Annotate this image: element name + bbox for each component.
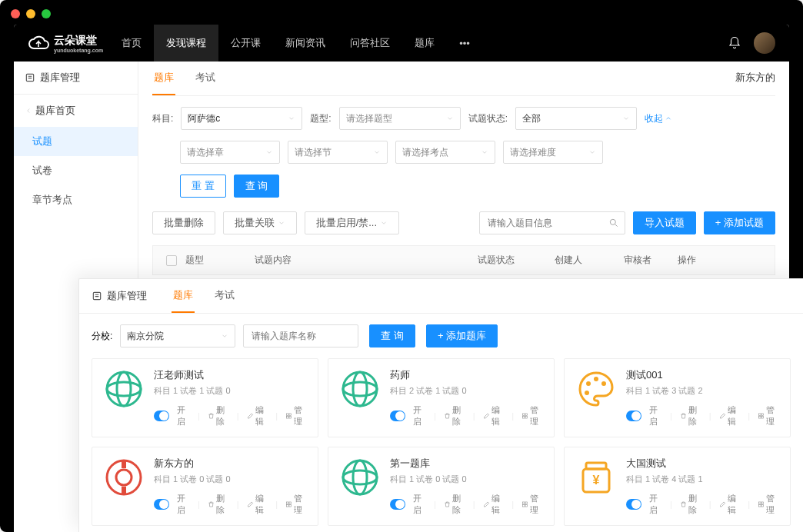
chevron-down-icon	[265, 148, 273, 156]
svg-rect-15	[523, 416, 525, 418]
section-select[interactable]: 请选择节	[288, 141, 388, 164]
nav-bank[interactable]: 题库	[402, 25, 447, 62]
card-delete[interactable]: 删除	[444, 404, 465, 427]
card-delete[interactable]: 删除	[208, 493, 229, 516]
batch-toggle-button[interactable]: 批量启用/禁...	[305, 211, 399, 234]
card-meta: 科目 1 试卷 0 试题 0	[154, 474, 307, 485]
card-delete[interactable]: 删除	[680, 404, 701, 427]
max-dot[interactable]	[42, 9, 51, 18]
inner-tab-bank[interactable]: 题库	[172, 279, 195, 313]
add-bank-button[interactable]: + 添加题库	[426, 324, 498, 347]
nav-discover[interactable]: 发现课程	[154, 25, 218, 62]
query-button[interactable]: 查 询	[234, 175, 280, 198]
search-input[interactable]	[479, 211, 625, 234]
card-manage[interactable]: 管理	[758, 493, 779, 516]
toggle-switch[interactable]	[390, 411, 405, 421]
card-title: 汪老师测试	[154, 368, 307, 382]
inner-window: 题库管理 题库 考试 分校: 南京分院 查 询 + 添加题库 汪老师测试 科目 …	[78, 278, 803, 532]
card-manage[interactable]: 管理	[521, 493, 543, 516]
card-edit[interactable]: 编辑	[719, 493, 741, 516]
window-controls	[0, 0, 803, 28]
logo-subtext: yunduoketang.com	[54, 48, 103, 53]
card-manage[interactable]: 管理	[285, 493, 307, 516]
card-edit[interactable]: 编辑	[483, 404, 505, 427]
min-dot[interactable]	[26, 9, 35, 18]
tab-exam[interactable]: 考试	[194, 62, 217, 95]
chevron-down-icon	[380, 219, 388, 227]
chevron-down-icon	[446, 115, 454, 122]
svg-point-3	[107, 372, 141, 406]
svg-point-12	[353, 372, 367, 406]
sidebar-item-questions[interactable]: 试题	[14, 127, 138, 156]
inner-query-button[interactable]: 查 询	[369, 324, 415, 347]
select-all-checkbox[interactable]	[166, 255, 177, 266]
nav-qa[interactable]: 问答社区	[338, 25, 402, 62]
card-edit[interactable]: 编辑	[247, 493, 268, 516]
inner-tab-exam[interactable]: 考试	[213, 279, 236, 313]
svg-rect-29	[287, 502, 289, 504]
edit-icon	[719, 500, 726, 509]
chevron-down-icon	[373, 148, 381, 156]
card-edit[interactable]: 编辑	[719, 404, 741, 427]
svg-rect-44	[761, 502, 764, 504]
card-delete[interactable]: 删除	[208, 404, 229, 427]
bell-icon[interactable]	[728, 36, 741, 50]
nav-more[interactable]: •••	[447, 25, 482, 62]
edit-icon	[483, 411, 490, 421]
point-select[interactable]: 请选择考点	[395, 141, 495, 164]
import-button[interactable]: 导入试题	[633, 211, 696, 234]
col-ops: 操作	[678, 254, 770, 267]
card-title: 测试001	[626, 368, 779, 382]
card-delete[interactable]: 删除	[680, 493, 701, 516]
close-dot[interactable]	[11, 9, 20, 18]
toggle-switch[interactable]	[154, 499, 169, 510]
chevron-down-icon	[221, 332, 228, 340]
card-manage[interactable]: 管理	[521, 404, 543, 427]
svg-point-34	[343, 470, 377, 484]
nav-open[interactable]: 公开课	[218, 25, 273, 62]
toggle-switch[interactable]	[626, 411, 641, 421]
tab-bank[interactable]: 题库	[152, 62, 175, 95]
batch-link-button[interactable]: 批量关联	[223, 211, 297, 234]
logo[interactable]: 云朵课堂yunduoketang.com	[28, 33, 103, 53]
reset-button[interactable]: 重 置	[180, 175, 226, 198]
subject-select[interactable]: 阿萨德c	[181, 107, 302, 130]
bank-card: 药师 科目 2 试卷 1 试题 0 开启 | 删除 | 编辑 | 管理	[328, 358, 555, 437]
toggle-switch[interactable]	[626, 499, 641, 510]
bank-icon	[25, 72, 35, 83]
grid-icon	[758, 500, 765, 509]
col-type: 题型	[185, 254, 255, 267]
chapter-select[interactable]: 请选择章	[180, 141, 280, 164]
svg-rect-6	[287, 414, 289, 416]
chevron-up-icon	[665, 115, 672, 122]
collapse-link[interactable]: 收起	[645, 112, 672, 125]
avatar[interactable]	[754, 32, 775, 54]
svg-rect-14	[525, 414, 528, 416]
nav-news[interactable]: 新闻资讯	[273, 25, 338, 62]
bank-card: 第一题库 科目 1 试卷 0 试题 0 开启 | 删除 | 编辑 | 管理	[328, 447, 555, 526]
nav-home[interactable]: 首页	[109, 25, 154, 62]
card-manage[interactable]: 管理	[758, 404, 779, 427]
add-question-button[interactable]: + 添加试题	[704, 211, 775, 234]
sidebar-back[interactable]: 题库首页	[14, 95, 138, 127]
svg-rect-43	[759, 502, 761, 504]
sidebar-item-papers[interactable]: 试卷	[14, 156, 138, 185]
card-meta: 科目 1 试卷 0 试题 0	[390, 474, 543, 485]
status-select[interactable]: 全部	[515, 107, 637, 130]
card-manage[interactable]: 管理	[285, 404, 307, 427]
type-select[interactable]: 请选择题型	[339, 107, 461, 130]
card-edit[interactable]: 编辑	[483, 493, 505, 516]
tabs: 题库 考试 新东方的	[152, 62, 775, 96]
card-edit[interactable]: 编辑	[247, 404, 268, 427]
branch-select[interactable]: 南京分院	[120, 324, 235, 347]
grid-icon	[285, 500, 292, 509]
sidebar-item-points[interactable]: 章节考点	[14, 185, 138, 214]
card-delete[interactable]: 删除	[444, 493, 465, 516]
search-icon	[608, 218, 619, 228]
batch-delete-button[interactable]: 批量删除	[152, 211, 215, 234]
toggle-switch[interactable]	[390, 499, 405, 510]
grid-icon	[758, 411, 765, 421]
toggle-switch[interactable]	[154, 411, 169, 421]
difficulty-select[interactable]: 请选择难度	[503, 141, 603, 164]
bank-name-input[interactable]	[243, 324, 358, 347]
